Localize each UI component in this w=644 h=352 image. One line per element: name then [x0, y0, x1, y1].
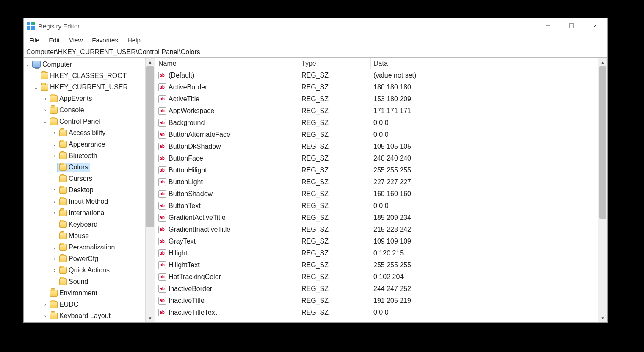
expander-icon[interactable]	[52, 153, 58, 159]
menu-file[interactable]: File	[25, 35, 43, 45]
expander-icon[interactable]	[52, 199, 58, 205]
list-row[interactable]: abButtonFaceREG_SZ240 240 240	[155, 152, 598, 164]
close-button[interactable]	[583, 18, 607, 33]
list-row[interactable]: abGrayTextREG_SZ109 109 109	[155, 236, 598, 247]
expander-icon[interactable]	[42, 107, 48, 113]
list-row[interactable]: abInactiveBorderREG_SZ244 247 252	[155, 283, 598, 295]
menu-edit[interactable]: Edit	[45, 35, 64, 45]
tree-label: International	[69, 209, 106, 217]
maximize-button[interactable]	[560, 18, 583, 33]
list-row[interactable]: abGradientActiveTitleREG_SZ185 209 234	[155, 212, 598, 224]
tree-node-console[interactable]: Console	[24, 104, 145, 116]
expander-icon[interactable]	[33, 73, 39, 79]
value-data: 0 0 0	[373, 309, 389, 316]
tree-node-appevents[interactable]: AppEvents	[24, 93, 145, 104]
tree-node-personalization[interactable]: Personalization	[24, 241, 145, 253]
tree-node-bluetooth[interactable]: Bluetooth	[24, 150, 145, 161]
scroll-down-icon[interactable]: ▼	[146, 314, 155, 322]
tree-view[interactable]: Computer HKEY_CLASSES_ROOT HKEY_CURRENT_…	[24, 58, 145, 322]
tree-label: PowerCfg	[69, 255, 98, 263]
folder-icon	[41, 72, 48, 79]
computer-icon	[32, 61, 41, 68]
tree-node-computer[interactable]: Computer	[24, 58, 145, 70]
list-row[interactable]: abButtonTextREG_SZ0 0 0	[155, 200, 598, 212]
list-row[interactable]: abButtonHilightREG_SZ255 255 255	[155, 164, 598, 176]
expander-icon[interactable]	[52, 141, 58, 147]
value-name: Background	[169, 119, 205, 127]
list-row[interactable]: abButtonDkShadowREG_SZ105 105 105	[155, 141, 598, 152]
scroll-up-icon[interactable]: ▲	[598, 58, 607, 66]
scroll-thumb[interactable]	[599, 66, 606, 219]
tree-node-accessibility[interactable]: Accessibility	[24, 127, 145, 139]
expander-icon[interactable]	[42, 96, 48, 102]
tree-label: Desktop	[69, 186, 94, 194]
list-row[interactable]: abInactiveTitleTextREG_SZ0 0 0	[155, 307, 598, 319]
column-header-name[interactable]: Name	[155, 58, 299, 69]
tree-node-quickactions[interactable]: Quick Actions	[24, 264, 145, 276]
expander-icon[interactable]	[52, 130, 58, 136]
list-row[interactable]: abInactiveTitleREG_SZ191 205 219	[155, 295, 598, 307]
list-row[interactable]: abButtonAlternateFaceREG_SZ0 0 0	[155, 129, 598, 141]
list-row[interactable]: abHilightTextREG_SZ255 255 255	[155, 259, 598, 271]
tree-node-hkcr[interactable]: HKEY_CLASSES_ROOT	[24, 70, 145, 81]
reg-sz-icon: ab	[158, 72, 166, 79]
folder-icon	[50, 107, 58, 114]
tree-node-sound[interactable]: Sound	[24, 276, 145, 287]
expander-icon[interactable]	[42, 313, 48, 319]
expander-icon[interactable]	[25, 61, 30, 67]
list-row[interactable]: abButtonLightREG_SZ227 227 227	[155, 176, 598, 188]
list-row[interactable]: abHilightREG_SZ0 120 215	[155, 247, 598, 259]
expander-icon[interactable]	[33, 84, 39, 90]
tree-node-international[interactable]: International	[24, 207, 145, 219]
list-row[interactable]: abActiveBorderREG_SZ180 180 180	[155, 81, 598, 93]
tree-node-hkcu[interactable]: HKEY_CURRENT_USER	[24, 81, 145, 93]
tree-node-keyblayout[interactable]: Keyboard Layout	[24, 310, 145, 322]
expander-icon[interactable]	[52, 256, 58, 262]
scroll-down-icon[interactable]: ▼	[598, 314, 607, 322]
list-row[interactable]: abGradientInactiveTitleREG_SZ215 228 242	[155, 224, 598, 236]
scroll-up-icon[interactable]: ▲	[146, 58, 155, 66]
scroll-thumb[interactable]	[146, 66, 154, 227]
expander-icon[interactable]	[42, 119, 48, 125]
tree-label: Cursors	[69, 175, 92, 183]
list-row[interactable]: abActiveTitleREG_SZ153 180 209	[155, 93, 598, 105]
tree-node-cursors[interactable]: Cursors	[24, 173, 145, 184]
list-row[interactable]: abBackgroundREG_SZ0 0 0	[155, 117, 598, 129]
values-list[interactable]: Name Type Data ab(Default)REG_SZ(value n…	[155, 58, 598, 322]
reg-sz-icon: ab	[158, 178, 166, 186]
tree-node-inputmethod[interactable]: Input Method	[24, 196, 145, 207]
column-header-type[interactable]: Type	[299, 58, 371, 69]
expander-icon[interactable]	[52, 267, 58, 273]
menu-view[interactable]: View	[65, 35, 86, 45]
list-row[interactable]: abButtonShadowREG_SZ160 160 160	[155, 188, 598, 200]
column-header-data[interactable]: Data	[371, 58, 598, 69]
list-row[interactable]: abAppWorkspaceREG_SZ171 171 171	[155, 105, 598, 117]
tree-node-appearance[interactable]: Appearance	[24, 139, 145, 150]
tree-scrollbar[interactable]: ▲ ▼	[145, 58, 155, 322]
titlebar[interactable]: Registry Editor	[24, 18, 607, 33]
menu-favorites[interactable]: Favorites	[88, 35, 122, 45]
tree-node-keyboard[interactable]: Keyboard	[24, 219, 145, 230]
expander-icon[interactable]	[42, 302, 48, 308]
list-row[interactable]: abHotTrackingColorREG_SZ0 102 204	[155, 271, 598, 283]
tree-node-mouse[interactable]: Mouse	[24, 230, 145, 241]
tree-node-controlpanel[interactable]: Control Panel	[24, 116, 145, 127]
list-row[interactable]: ab(Default)REG_SZ(value not set)	[155, 69, 598, 81]
value-type: REG_SZ	[301, 226, 329, 233]
tree-node-desktop[interactable]: Desktop	[24, 184, 145, 196]
tree-node-eudc[interactable]: EUDC	[24, 299, 145, 310]
tree-node-environment[interactable]: Environment	[24, 287, 145, 299]
expander-icon[interactable]	[52, 210, 58, 216]
svg-rect-2	[27, 26, 30, 30]
reg-sz-icon: ab	[158, 202, 166, 210]
value-name: ButtonFace	[169, 155, 203, 162]
tree-node-powercfg[interactable]: PowerCfg	[24, 253, 145, 264]
expander-icon[interactable]	[52, 187, 58, 193]
address-bar[interactable]: Computer\HKEY_CURRENT_USER\Control Panel…	[24, 47, 607, 58]
list-scrollbar[interactable]: ▲ ▼	[598, 58, 607, 322]
menu-help[interactable]: Help	[124, 35, 144, 45]
value-data: 185 209 234	[373, 214, 411, 222]
tree-node-colors[interactable]: Colors	[24, 161, 145, 173]
minimize-button[interactable]	[536, 18, 560, 33]
expander-icon[interactable]	[52, 244, 58, 250]
